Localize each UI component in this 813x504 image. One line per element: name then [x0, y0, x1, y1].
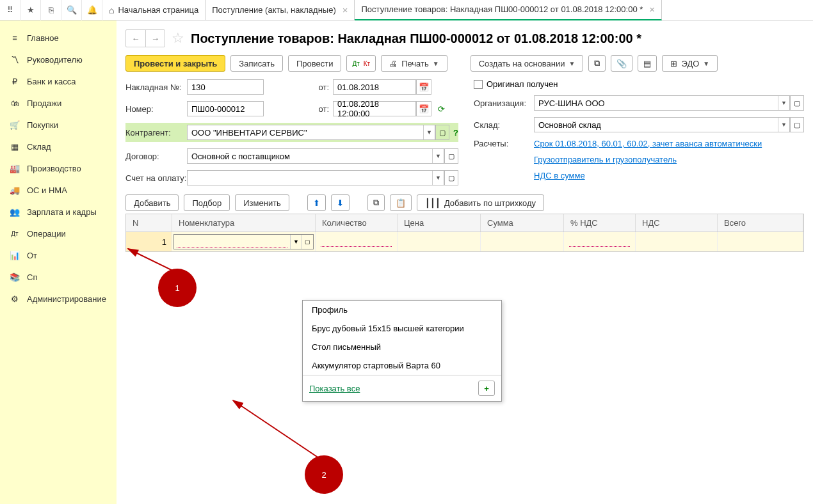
- cell-vat[interactable]: [636, 232, 718, 251]
- open-button[interactable]: ▢: [790, 95, 804, 111]
- column-quantity[interactable]: Количество: [316, 214, 398, 232]
- open-button[interactable]: ▢: [435, 125, 449, 140]
- chevron-down-icon[interactable]: ▼: [290, 235, 302, 249]
- dropdown-item[interactable]: Профиль: [303, 301, 501, 319]
- cell-quantity[interactable]: [316, 232, 398, 251]
- close-icon[interactable]: ×: [340, 4, 348, 15]
- sidebar-item-sales[interactable]: 🛍Продажи: [0, 92, 117, 114]
- dtkt-icon: Дт: [9, 230, 20, 237]
- sidebar-item-operations[interactable]: ДтОперации: [0, 223, 117, 244]
- nav-forward-button[interactable]: →: [145, 30, 165, 47]
- datetime-input[interactable]: 01.08.2018 12:00:00: [333, 101, 416, 116]
- sidebar-item-label: Склад: [27, 142, 51, 152]
- calendar-button[interactable]: 📅: [416, 79, 431, 95]
- chevron-down-icon[interactable]: ▼: [432, 149, 444, 163]
- column-vat-percent[interactable]: % НДС: [564, 214, 636, 232]
- sidebar-item-admin[interactable]: ⚙Администрирование: [0, 288, 117, 310]
- history-icon[interactable]: ⎘: [41, 0, 61, 20]
- dropdown-item[interactable]: Аккумулятор стартовый Варта 60: [303, 356, 501, 375]
- shipper-link[interactable]: Грузоотправитель и грузополучатель: [534, 155, 677, 164]
- pick-button[interactable]: Подбор: [184, 194, 230, 211]
- search-icon[interactable]: 🔍: [61, 0, 82, 20]
- vat-link[interactable]: НДС в сумме: [534, 171, 585, 180]
- show-all-link[interactable]: Показать все: [309, 384, 360, 393]
- sidebar-item-assets[interactable]: 🚚ОС и НМА: [0, 179, 117, 201]
- chevron-down-icon[interactable]: ▼: [778, 118, 789, 132]
- warehouse-input[interactable]: Основной склад▼: [534, 117, 790, 132]
- apps-menu-icon[interactable]: ⠿: [0, 0, 20, 20]
- column-total[interactable]: Всего: [718, 214, 803, 232]
- chevron-down-icon[interactable]: ▼: [423, 125, 435, 139]
- help-icon[interactable]: ?: [453, 128, 458, 138]
- related-button[interactable]: ⧉: [588, 55, 606, 72]
- dropdown-item-label: Профиль: [312, 305, 348, 315]
- write-button[interactable]: Записать: [230, 55, 283, 72]
- dropdown-item[interactable]: Стол письменный: [303, 338, 501, 356]
- cell-vat-percent[interactable]: [564, 232, 636, 251]
- tab-document[interactable]: Поступление товаров: Накладная ПШ00-0000…: [355, 0, 662, 20]
- paste-button[interactable]: 📋: [390, 194, 412, 211]
- edo-button[interactable]: ⊞ЭДО▼: [662, 55, 718, 72]
- invoice-pay-input[interactable]: ▼: [187, 170, 444, 185]
- move-down-button[interactable]: ⬇: [331, 194, 350, 211]
- nav-back-button[interactable]: ←: [126, 30, 145, 47]
- tab-home[interactable]: ⌂Начальная страница: [102, 0, 205, 20]
- sidebar-item-main[interactable]: ≡Главное: [0, 27, 117, 49]
- open-icon[interactable]: ▢: [302, 235, 313, 249]
- counterparty-input[interactable]: ООО "ИНВЕНТАРИ СЕРВИС"▼: [187, 125, 435, 140]
- invoice-no-input[interactable]: 130: [187, 79, 264, 95]
- create-based-on-button[interactable]: Создать на основании▼: [471, 55, 584, 72]
- open-button[interactable]: ▢: [444, 170, 458, 185]
- button-label: Добавить по штрихкоду: [444, 198, 536, 208]
- chevron-down-icon[interactable]: ▼: [432, 171, 444, 185]
- copy-button[interactable]: ⧉: [367, 194, 385, 211]
- column-n[interactable]: N: [126, 214, 172, 232]
- sidebar-item-manager[interactable]: 〽Руководителю: [0, 49, 117, 70]
- column-nomenclature[interactable]: Номенклатура: [172, 214, 316, 232]
- org-input[interactable]: РУС-ШИНА ООО▼: [534, 95, 790, 111]
- notifications-icon[interactable]: 🔔: [82, 0, 102, 20]
- sidebar-item-purchases[interactable]: 🛒Покупки: [0, 114, 117, 136]
- refresh-icon[interactable]: ⟳: [438, 104, 445, 114]
- dropdown-item[interactable]: Брус дубовый 15x15 высшей категории: [303, 319, 501, 338]
- sidebar-item-references[interactable]: 📚Сп: [0, 266, 117, 288]
- column-vat[interactable]: НДС: [636, 214, 718, 232]
- attach-button[interactable]: 📎: [611, 55, 632, 72]
- dtkt-button[interactable]: ДтКт: [346, 55, 376, 72]
- post-and-close-button[interactable]: Провести и закрыть: [125, 55, 225, 72]
- close-icon[interactable]: ×: [647, 4, 655, 15]
- report-button[interactable]: ▤: [638, 55, 657, 72]
- column-price[interactable]: Цена: [398, 214, 481, 232]
- add-row-button[interactable]: Добавить: [125, 194, 179, 211]
- sidebar-item-bank[interactable]: ₽Банк и касса: [0, 70, 117, 92]
- move-up-button[interactable]: ⬆: [307, 194, 326, 211]
- column-sum[interactable]: Сумма: [481, 214, 564, 232]
- sidebar-item-reports[interactable]: 📊От: [0, 244, 117, 266]
- original-received-checkbox[interactable]: Оригинал получен: [474, 79, 558, 89]
- add-new-button[interactable]: +: [478, 381, 495, 396]
- nomenclature-input[interactable]: ▼ ▢: [173, 234, 314, 249]
- print-button[interactable]: 🖨Печать▼: [381, 55, 447, 72]
- add-by-barcode-button[interactable]: ┃┃┃Добавить по штрихкоду: [417, 194, 544, 211]
- contract-input[interactable]: Основной с поставщиком▼: [187, 148, 444, 164]
- tab-receipts[interactable]: Поступление (акты, накладные)×: [205, 0, 355, 20]
- post-button[interactable]: Провести: [288, 55, 342, 72]
- favorite-toggle-icon[interactable]: ☆: [172, 30, 184, 47]
- sidebar-item-warehouse[interactable]: ▦Склад: [0, 136, 117, 157]
- cell-nomenclature[interactable]: ▼ ▢: [172, 232, 316, 251]
- cell-price[interactable]: [398, 232, 481, 251]
- cell-sum[interactable]: [481, 232, 564, 251]
- number-input[interactable]: ПШ00-000012: [187, 101, 264, 116]
- invoice-date-input[interactable]: 01.08.2018: [333, 79, 416, 95]
- table-row[interactable]: 1 ▼ ▢: [126, 232, 803, 251]
- calendar-button[interactable]: 📅: [416, 101, 431, 116]
- change-button[interactable]: Изменить: [235, 194, 289, 211]
- chevron-down-icon[interactable]: ▼: [778, 96, 789, 110]
- favorite-icon[interactable]: ★: [20, 0, 41, 20]
- cell-total[interactable]: [718, 232, 803, 251]
- open-button[interactable]: ▢: [790, 117, 804, 132]
- sidebar-item-production[interactable]: 🏭Производство: [0, 157, 117, 179]
- calc-link[interactable]: Срок 01.08.2018, 60.01, 60.02, зачет ава…: [534, 139, 762, 148]
- sidebar-item-salary[interactable]: 👥Зарплата и кадры: [0, 201, 117, 223]
- open-button[interactable]: ▢: [444, 148, 458, 164]
